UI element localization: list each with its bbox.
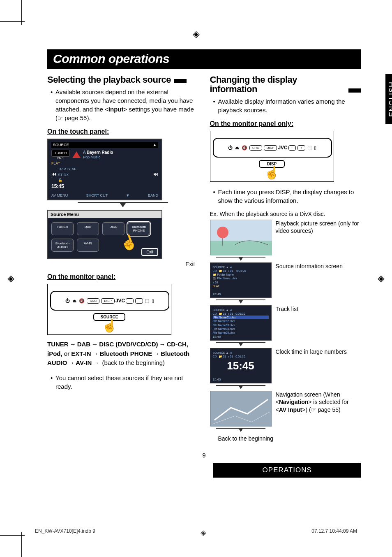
shot-subtitle: Pop Music xyxy=(83,155,113,160)
footer-left: EN_KW-AVX710[E]4.indb 9 xyxy=(35,528,95,537)
heading-tail-icon xyxy=(174,79,187,83)
monitor-panel-disp-diagram: ⏻ ⏏ 🔇 SRC DISP JVC − + ⬚ ▯ DISP ☝ xyxy=(210,131,334,182)
touch-panel-screenshot: SOURCE▲ TUNER FM 1 A Bayern Radio Pop Mu… xyxy=(47,139,162,200)
mute-icon: 🔇 xyxy=(79,298,85,304)
row1-desc: Playback picture screen (only for video … xyxy=(276,220,361,234)
power-icon: ⏻ xyxy=(228,145,233,150)
transition-arrow-icon xyxy=(210,428,272,432)
heading-selecting-source: Selecting the playback source xyxy=(47,75,198,84)
bullet-cannot-select: You cannot select these sources if they … xyxy=(51,374,198,391)
crop-line xyxy=(21,532,22,557)
shot-flat: FLAT xyxy=(51,161,158,166)
plus-btn-icon: + xyxy=(135,298,143,304)
exit-caption: Exit xyxy=(47,261,195,267)
footer-right: 07.12.7 10:44:09 AM xyxy=(311,528,357,537)
print-footer: EN_KW-AVX710[E]4.indb 9 ◈ 07.12.7 10:44:… xyxy=(35,528,357,537)
mini-clock: 15:45 xyxy=(213,378,221,381)
shot-station: Bayern Radio xyxy=(87,150,113,155)
minus-btn-icon: − xyxy=(288,145,296,151)
finger-press-icon: ☝ xyxy=(213,165,331,180)
track-list-screenshot: SOURCE ▲ ⏯ CD 📁 01 ♪ 01 0:01:20 File Nam… xyxy=(210,305,272,341)
src-disc: DISC xyxy=(102,222,125,235)
svg-rect-4 xyxy=(210,391,272,427)
operations-bar: OPERATIONS xyxy=(213,463,361,478)
src-btn-icon: SRC xyxy=(87,298,99,304)
minus-btn-icon: − xyxy=(126,298,134,304)
shot-time: 15:45 xyxy=(51,183,158,189)
crop-line xyxy=(0,535,25,536)
transition-arrow-icon xyxy=(210,342,272,346)
shot-shortcut: SHORT CUT xyxy=(86,193,108,198)
heading-text: Selecting the playback source xyxy=(47,75,171,84)
src-dab: DAB xyxy=(77,222,99,235)
crop-mark-right: ◈ xyxy=(378,273,385,284)
eject-icon: ⏏ xyxy=(72,298,76,304)
example-label: Ex. When the playback source is a DivX d… xyxy=(210,211,361,217)
footer-crop-icon: ◈ xyxy=(201,528,206,537)
source-menu-title: Source Menu xyxy=(48,211,161,218)
station-logo-icon xyxy=(72,151,81,158)
row4-desc: Clock time in large numbers xyxy=(276,348,347,355)
subhead-monitor-panel: On the monitor panel: xyxy=(47,273,198,281)
bullet-bold: Input xyxy=(108,106,124,113)
src-btaudio: Bluetooth AUDIO xyxy=(51,239,74,252)
bullet-available-sources: Available sources depend on the external… xyxy=(51,88,198,122)
page-content: ENGLISH Common operations Selecting the … xyxy=(47,49,361,499)
prev-icon: ⏮ xyxy=(51,171,56,177)
slot-icon: ▯ xyxy=(152,298,154,304)
source-info-screenshot: SOURCE ▲ ⏯ CD 📁 01 ♪ 01 0:01:20 📁 Folder… xyxy=(210,262,272,298)
crop-mark-top: ◈ xyxy=(193,29,200,39)
next-icon: ⏭ xyxy=(153,171,158,177)
src-btn-icon: SRC xyxy=(249,145,262,151)
att-icon: ⬚ xyxy=(145,298,149,304)
shot-prefix: A xyxy=(83,150,85,155)
att-icon: ⬚ xyxy=(307,145,311,151)
source-menu-screenshot: Source Menu TUNER DAB DISC Bluetooth PHO… xyxy=(47,210,162,259)
nav-map-icon xyxy=(210,391,272,427)
row5-desc: Navigation screen (When <Navigation> is … xyxy=(276,391,361,413)
bullet-display-info: Available display information varies amo… xyxy=(213,97,361,114)
eject-icon: ⏏ xyxy=(235,145,239,151)
shot-band: BAND xyxy=(148,193,158,198)
slot-icon: ▯ xyxy=(314,145,316,151)
left-column: Selecting the playback source Available … xyxy=(47,75,198,442)
subhead-touch-panel: On the touch panel: xyxy=(47,128,198,135)
right-column: Changing the display information Availab… xyxy=(210,75,361,442)
disp-btn-icon: DISP xyxy=(101,298,115,304)
back-to-beginning: Back to the beginning xyxy=(218,435,361,442)
monitor-panel-diagram: ⏻ ⏏ 🔇 SRC DISP JVC − + ⬚ ▯ SOURCE ☝ xyxy=(47,284,171,335)
playback-picture-screenshot xyxy=(210,220,272,255)
shot-tuner: TUNER xyxy=(51,150,70,157)
row2-desc: Source information screen xyxy=(276,262,343,270)
power-icon: ⏻ xyxy=(65,298,70,303)
mini-clock: 15:45 xyxy=(213,335,221,339)
transition-arrow-icon xyxy=(210,299,272,304)
beach-scene-icon xyxy=(210,220,272,255)
transition-arrow-icon xyxy=(210,385,272,389)
shot-stdx: ST DX xyxy=(58,173,152,177)
shot-fm: FM 1 xyxy=(51,157,70,160)
crop-mark-left: ◈ xyxy=(7,273,14,284)
svg-point-2 xyxy=(217,227,228,238)
bullet-disp-note: Each time you press DISP, the display ch… xyxy=(213,188,361,205)
subhead-monitor-only: On the monitor panel only: xyxy=(210,120,361,128)
shot-avmenu: AV MENU xyxy=(51,193,68,198)
shot-source-label: SOURCE xyxy=(53,143,69,147)
jvc-logo: JVC xyxy=(115,298,125,304)
heading-tail-icon xyxy=(348,88,361,93)
finger-press-icon: ☝ xyxy=(50,318,168,333)
source-sequence: TUNER→DAB→DISC (DVD/VCD/CD)→CD-CH, iPod,… xyxy=(47,340,198,368)
page-title: Common operations xyxy=(47,49,361,69)
navigation-screenshot xyxy=(210,391,272,426)
disp-btn-icon: DISP xyxy=(264,145,277,151)
mini-clock: 15:45 xyxy=(213,292,221,296)
exit-button: Exit xyxy=(141,248,158,256)
heading-changing-display: Changing the display information xyxy=(210,75,361,94)
shot-tp: TP PTY AF xyxy=(58,167,152,172)
transition-arrow-icon xyxy=(210,257,272,261)
plus-btn-icon: + xyxy=(297,145,305,151)
page-number: 9 xyxy=(47,452,361,459)
src-tuner: TUNER xyxy=(51,222,74,235)
language-tab: ENGLISH xyxy=(385,74,392,124)
jvc-logo: JVC xyxy=(278,145,287,151)
